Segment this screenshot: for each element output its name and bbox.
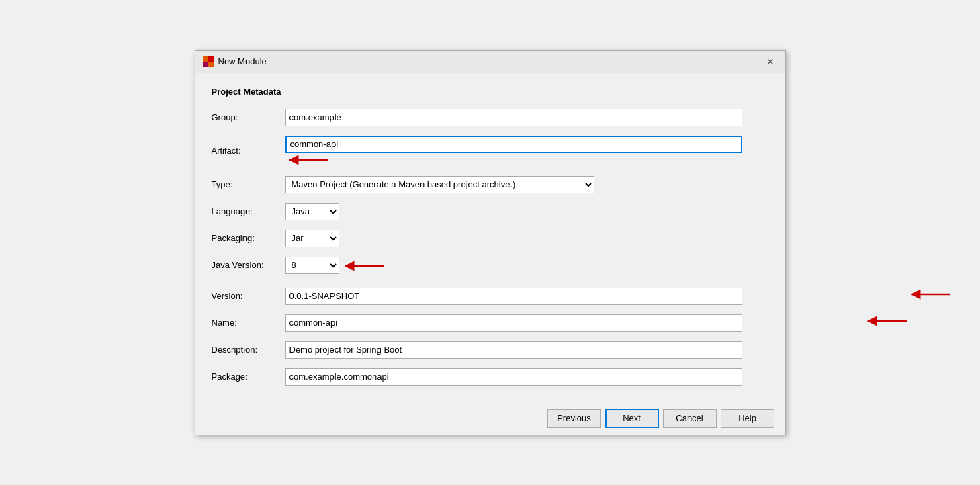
artifact-arrow-icon xyxy=(288,153,335,167)
version-label: Version: xyxy=(212,285,285,308)
version-arrow-icon xyxy=(910,288,957,301)
artifact-input[interactable] xyxy=(285,136,742,153)
group-label: Group: xyxy=(212,106,285,129)
cancel-button[interactable]: Cancel xyxy=(663,409,717,428)
name-input[interactable] xyxy=(285,314,742,332)
type-select[interactable]: Maven Project (Generate a Maven based pr… xyxy=(285,176,594,193)
name-arrow-icon xyxy=(866,314,914,328)
group-row: Group: xyxy=(212,106,769,129)
language-control: Java Kotlin Groovy xyxy=(285,200,769,223)
java-version-label: Java Version: xyxy=(212,254,285,277)
new-module-dialog: New Module ✕ Project Metadata Group: Art… xyxy=(195,50,786,435)
artifact-row: Artifact: xyxy=(212,133,769,169)
description-row: Description: xyxy=(212,339,769,361)
type-row: Type: Maven Project (Generate a Maven ba… xyxy=(212,173,769,196)
title-bar: New Module ✕ xyxy=(195,51,785,73)
group-input[interactable] xyxy=(285,109,742,126)
dialog-footer: Previous Next Cancel Help xyxy=(195,402,785,435)
package-control xyxy=(285,365,769,388)
type-control: Maven Project (Generate a Maven based pr… xyxy=(285,173,769,196)
packaging-row: Packaging: Jar War xyxy=(212,227,769,250)
name-control xyxy=(285,312,769,335)
package-input[interactable] xyxy=(285,368,742,386)
dialog-body: Project Metadata Group: Artifact: xyxy=(195,73,785,402)
title-bar-left: New Module xyxy=(202,56,267,68)
artifact-label: Artifact: xyxy=(212,133,285,169)
version-input[interactable] xyxy=(285,288,742,305)
name-row: Name: xyxy=(212,312,769,335)
version-control xyxy=(285,285,769,308)
packaging-label: Packaging: xyxy=(212,227,285,250)
package-label: Package: xyxy=(212,365,285,388)
java-version-arrow-icon xyxy=(344,259,391,273)
packaging-control: Jar War xyxy=(285,227,769,250)
language-label: Language: xyxy=(212,200,285,223)
group-control xyxy=(285,106,769,129)
dialog-title: New Module xyxy=(218,56,267,67)
help-button[interactable]: Help xyxy=(721,409,774,428)
close-button[interactable]: ✕ xyxy=(762,55,778,69)
description-input[interactable] xyxy=(285,341,742,359)
section-title: Project Metadata xyxy=(212,87,769,97)
java-version-row: Java Version: 8 11 17 21 xyxy=(212,254,769,277)
package-row: Package: xyxy=(212,365,769,388)
svg-rect-2 xyxy=(203,62,208,67)
java-version-control: 8 11 17 21 xyxy=(285,254,769,277)
description-label: Description: xyxy=(212,339,285,361)
previous-button[interactable]: Previous xyxy=(547,409,601,428)
svg-rect-0 xyxy=(203,56,208,62)
type-label: Type: xyxy=(212,173,285,196)
version-row: Version: xyxy=(212,285,769,308)
name-label: Name: xyxy=(212,312,285,335)
artifact-control xyxy=(285,133,769,169)
app-icon xyxy=(202,56,214,68)
description-control xyxy=(285,339,769,361)
svg-rect-3 xyxy=(208,62,214,67)
svg-rect-1 xyxy=(208,56,214,62)
language-row: Language: Java Kotlin Groovy xyxy=(212,200,769,223)
form-table: Group: Artifact: xyxy=(212,106,769,388)
next-button[interactable]: Next xyxy=(605,409,659,428)
packaging-select[interactable]: Jar War xyxy=(285,230,339,247)
java-version-select[interactable]: 8 11 17 21 xyxy=(285,257,339,274)
language-select[interactable]: Java Kotlin Groovy xyxy=(285,203,339,220)
